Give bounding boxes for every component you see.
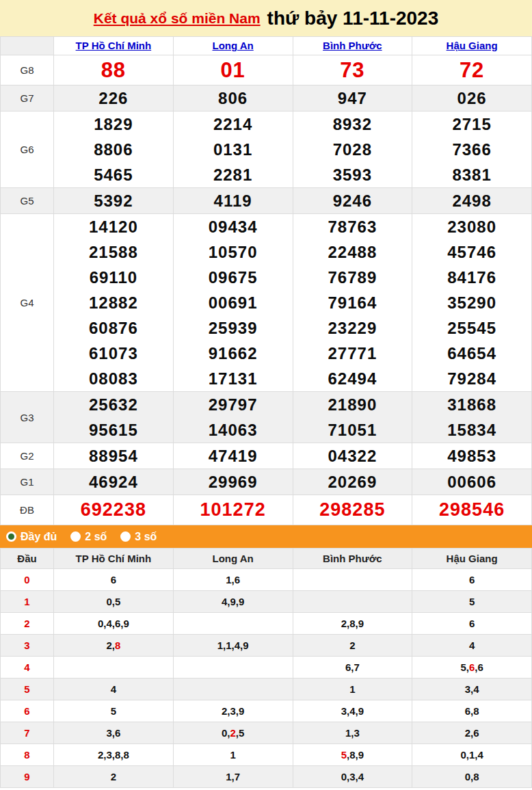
page-header: Kết quả xổ số miền Nam thứ bảy 11-11-202… [0, 0, 532, 36]
province-header: TP Hồ Chí Minh [54, 37, 174, 55]
prize-cell: 101272 [173, 495, 293, 525]
prize-cell: 49853 [412, 443, 532, 469]
prize-number: 25545 [412, 315, 531, 341]
prize-cell: 04322 [293, 443, 412, 469]
prize-number: 2214 [174, 111, 293, 137]
prize-row: G55392411992462498 [1, 188, 532, 214]
results-date: thứ bảy 11-11-2023 [267, 8, 439, 29]
stats-value: 0,3,4 [293, 766, 412, 788]
stats-row: 5413,4 [1, 679, 532, 700]
prize-row: G146924299692026900606 [1, 469, 532, 495]
prize-number: 14063 [174, 417, 293, 443]
prize-cell: 226 [54, 85, 174, 111]
prize-number: 71051 [293, 417, 412, 443]
stats-header: Hậu Giang [412, 549, 532, 569]
prize-number: 101272 [174, 495, 293, 525]
filter-option-label: Đầy đủ [21, 531, 57, 543]
stats-value: 0,5 [54, 591, 174, 613]
stats-value [173, 657, 293, 679]
prize-number: 2498 [412, 188, 531, 213]
prize-row: G288954474190432249853 [1, 443, 532, 469]
stats-value: 6 [412, 613, 532, 635]
prize-cell: 09434105700967500691259399166217131 [173, 214, 293, 392]
prize-label: G8 [1, 55, 54, 85]
prize-cell: 5392 [54, 188, 174, 214]
prize-cell: 20269 [293, 469, 412, 495]
digit-label: 3 [1, 635, 54, 657]
stats-value: 3,4 [412, 679, 532, 700]
province-link-3[interactable]: Hậu Giang [447, 40, 498, 51]
prize-number: 25632 [54, 392, 173, 417]
digit-label: 7 [1, 722, 54, 744]
prize-number: 88954 [54, 443, 173, 469]
prize-number: 04322 [293, 443, 412, 469]
prize-number: 21890 [293, 392, 412, 417]
prize-cell: 026 [412, 85, 532, 111]
stats-row: 10,54,9,95 [1, 591, 532, 613]
prize-number: 29797 [174, 392, 293, 417]
prize-number: 8932 [293, 111, 412, 137]
filter-bar: Đầy đủ2 số3 số [0, 525, 532, 548]
province-link-2[interactable]: Bình Phước [323, 40, 382, 51]
stats-value [54, 657, 174, 679]
prize-cell: 221401312281 [173, 111, 293, 188]
stats-value: 2,8,9 [293, 613, 412, 635]
stats-value: 2,3,9 [173, 700, 293, 722]
prize-number: 7366 [412, 137, 531, 162]
stats-value: 0,1,4 [412, 744, 532, 766]
prize-number: 3593 [293, 162, 412, 187]
prize-number: 2715 [412, 111, 531, 137]
prize-number: 95615 [54, 417, 173, 443]
prize-cell: 298546 [412, 495, 532, 525]
filter-option-1[interactable]: 2 số [70, 531, 107, 543]
filter-option-0[interactable]: Đầy đủ [6, 531, 57, 543]
stats-value: 1,6 [173, 569, 293, 591]
prize-number: 78763 [293, 214, 412, 239]
prize-label: G3 [1, 392, 54, 443]
stats-header: TP Hồ Chí Minh [54, 549, 174, 569]
prize-number: 62494 [293, 366, 412, 391]
prize-cell: 72 [412, 55, 532, 85]
results-header-corner [1, 37, 54, 55]
prize-cell: 78763224887678979164232292777162494 [293, 214, 412, 392]
prize-number: 25939 [174, 315, 293, 341]
filter-option-2[interactable]: 3 số [120, 531, 157, 543]
stats-row: 32,81,1,4,924 [1, 635, 532, 657]
prize-row: G7226806947026 [1, 85, 532, 111]
prize-number: 8806 [54, 137, 173, 162]
prize-number: 00606 [412, 469, 531, 495]
digit-label: 5 [1, 679, 54, 700]
prize-label: G6 [1, 111, 54, 188]
stats-value [293, 569, 412, 591]
prize-number: 22488 [293, 239, 412, 265]
prize-number: 23080 [412, 214, 531, 239]
prize-cell: 9246 [293, 188, 412, 214]
prize-number: 17131 [174, 366, 293, 391]
prize-number: 298546 [412, 495, 531, 525]
stats-value: 1 [173, 744, 293, 766]
prize-label: G7 [1, 85, 54, 111]
results-title-link[interactable]: Kết quả xổ số miền Nam [94, 10, 261, 27]
stats-value: 2,3,8,8 [54, 744, 174, 766]
prize-number: 88 [54, 55, 173, 85]
prize-number: 01 [174, 55, 293, 85]
prize-number: 46924 [54, 469, 173, 495]
prize-number: 026 [412, 85, 531, 111]
stats-value: 1,1,4,9 [173, 635, 293, 657]
stats-value: 1,3 [293, 722, 412, 744]
prize-cell: 73 [293, 55, 412, 85]
radio-icon [70, 531, 81, 542]
province-link-0[interactable]: TP Hồ Chí Minh [76, 40, 152, 51]
lottery-results-page: Kết quả xổ số miền Nam thứ bảy 11-11-202… [0, 0, 532, 788]
prize-label: G2 [1, 443, 54, 469]
prize-number: 29969 [174, 469, 293, 495]
stats-row: 921,70,3,40,8 [1, 766, 532, 788]
prize-number: 61073 [54, 341, 173, 366]
results-table: TP Hồ Chí MinhLong AnBình PhướcHậu Giang… [0, 36, 532, 525]
province-link-1[interactable]: Long An [212, 40, 253, 51]
prize-number: 79164 [293, 290, 412, 315]
stats-value: 5,8,9 [293, 744, 412, 766]
prize-cell: 4119 [173, 188, 293, 214]
prize-cell: 2189071051 [293, 392, 412, 443]
prize-number: 10570 [174, 239, 293, 265]
